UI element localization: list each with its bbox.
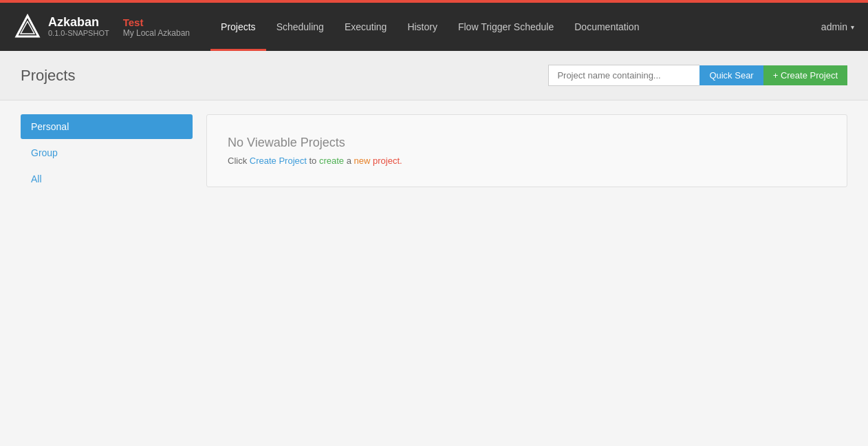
quick-search-button[interactable]: Quick Sear [699, 65, 763, 85]
msg-end: project. [370, 156, 402, 166]
nav-links: Projects Scheduling Executing History Fl… [210, 3, 821, 51]
create-project-button[interactable]: + Create Project [763, 65, 847, 85]
app-info: Test My Local Azkaban [123, 17, 190, 38]
msg-space: a [344, 156, 354, 166]
nav-executing[interactable]: Executing [334, 3, 397, 51]
nav-history[interactable]: History [397, 3, 448, 51]
sidebar-item-all[interactable]: All [21, 167, 193, 191]
sidebar-item-group[interactable]: Group [21, 140, 193, 165]
msg-middle: to [307, 156, 319, 166]
nav-documentation[interactable]: Documentation [564, 3, 649, 51]
nav-right: admin ▾ [821, 21, 854, 32]
brand-version: 0.1.0-SNAPSHOT [48, 29, 109, 38]
no-projects-message: Click Create Project to create a new pro… [228, 156, 826, 166]
brand-text: Azkaban 0.1.0-SNAPSHOT [48, 16, 109, 39]
main-content: Personal Group All No Viewable Projects … [0, 100, 868, 206]
page-title: Projects [21, 67, 75, 85]
project-search-input[interactable] [548, 65, 699, 86]
brand-logo [14, 13, 41, 41]
search-bar: Quick Sear + Create Project [548, 65, 847, 86]
create-project-link-text[interactable]: Create Project [250, 156, 307, 166]
sidebar-item-personal[interactable]: Personal [21, 114, 193, 139]
no-projects-box: No Viewable Projects Click Create Projec… [206, 114, 847, 187]
app-name: Test [123, 17, 190, 28]
nav-scheduling[interactable]: Scheduling [266, 3, 334, 51]
msg-word-create: create [319, 156, 344, 166]
nav-flow-trigger[interactable]: Flow Trigger Schedule [448, 3, 564, 51]
msg-prefix: Click [228, 156, 250, 166]
sidebar: Personal Group All [21, 114, 193, 193]
dropdown-arrow-icon: ▾ [851, 23, 854, 31]
content-area: No Viewable Projects Click Create Projec… [206, 114, 847, 193]
admin-button[interactable]: admin ▾ [821, 21, 854, 32]
navbar: Azkaban 0.1.0-SNAPSHOT Test My Local Azk… [0, 3, 868, 51]
brand: Azkaban 0.1.0-SNAPSHOT [14, 13, 109, 41]
msg-word-new: new [354, 156, 371, 166]
app-description: My Local Azkaban [123, 28, 190, 38]
nav-projects[interactable]: Projects [210, 3, 266, 51]
no-projects-title: No Viewable Projects [228, 136, 826, 150]
admin-label: admin [821, 21, 847, 32]
page-header: Projects Quick Sear + Create Project [0, 51, 868, 100]
brand-name: Azkaban [48, 16, 109, 30]
